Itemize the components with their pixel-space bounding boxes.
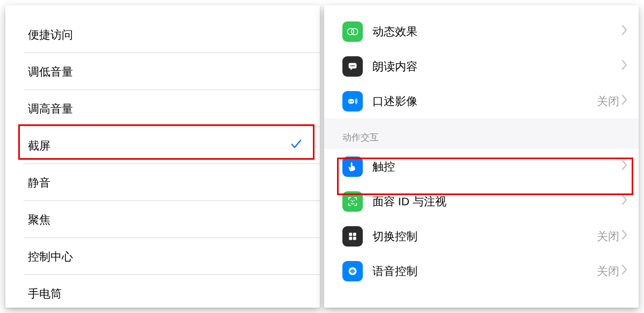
option-screenshot[interactable]: 截屏	[5, 127, 320, 164]
svg-point-10	[354, 200, 355, 201]
option-focus[interactable]: 聚焦	[5, 201, 320, 238]
switch-control-icon	[342, 226, 363, 247]
settings-row-motion[interactable]: 动态效果	[324, 14, 639, 49]
settings-row-status: 关闭	[597, 229, 619, 244]
chevron-right-icon	[621, 94, 628, 108]
settings-row-status: 关闭	[597, 264, 619, 279]
option-control-center[interactable]: 控制中心	[5, 238, 320, 275]
option-label: 控制中心	[28, 249, 306, 264]
chevron-right-icon	[621, 195, 628, 208]
svg-point-7	[349, 100, 350, 101]
svg-point-8	[352, 100, 353, 101]
settings-row-switch-control[interactable]: 切换控制 关闭	[324, 219, 639, 254]
svg-point-3	[350, 65, 352, 66]
settings-row-faceid-attention[interactable]: 面容 ID 与注视	[324, 184, 639, 219]
settings-row-label: 语音控制	[372, 264, 597, 279]
left-panel: 便捷访问 调低音量 调高音量 截屏 静音 聚焦 控制中心 手电筒	[5, 5, 320, 308]
svg-point-9	[350, 200, 352, 201]
settings-row-label: 触控	[372, 159, 621, 174]
option-flashlight[interactable]: 手电筒	[5, 275, 320, 308]
chevron-right-icon	[621, 229, 628, 243]
option-mute[interactable]: 静音	[5, 164, 320, 201]
option-volume-down[interactable]: 调低音量	[5, 53, 320, 90]
option-label: 聚焦	[28, 212, 306, 227]
settings-row-spoken-content[interactable]: 朗读内容	[324, 49, 639, 84]
chevron-right-icon	[621, 25, 628, 38]
chevron-right-icon	[621, 160, 628, 173]
audio-description-icon	[342, 91, 363, 111]
option-label: 调低音量	[28, 64, 306, 79]
action-options-list: 便捷访问 调低音量 调高音量 截屏 静音 聚焦 控制中心 手电筒	[5, 5, 320, 308]
option-volume-up[interactable]: 调高音量	[5, 90, 320, 127]
svg-rect-13	[349, 236, 352, 240]
section-header-physical-motor: 动作交互	[324, 118, 639, 149]
option-label: 静音	[28, 175, 306, 190]
settings-row-audio-descriptions[interactable]: 口述影像 关闭	[324, 84, 639, 118]
right-panel: 动态效果 朗读内容 口述影像 关闭 动作交互 触控	[324, 5, 639, 308]
settings-row-label: 口述影像	[372, 94, 597, 109]
settings-row-label: 面容 ID 与注视	[372, 194, 621, 209]
settings-row-status: 关闭	[597, 94, 619, 109]
motion-icon	[342, 21, 363, 42]
settings-group-2: 触控 面容 ID 与注视 切换控制 关闭 语音控制 关闭	[324, 149, 639, 288]
checkmark-icon	[290, 138, 306, 153]
touch-icon	[342, 156, 363, 177]
svg-rect-12	[353, 233, 356, 236]
settings-row-label: 动态效果	[372, 24, 621, 39]
option-label: 手电筒	[28, 286, 306, 301]
voice-control-icon	[342, 261, 363, 281]
option-label: 便捷访问	[28, 27, 306, 42]
svg-point-5	[354, 65, 355, 66]
speech-bubble-icon	[342, 56, 363, 77]
svg-rect-6	[348, 99, 354, 103]
settings-group-1: 动态效果 朗读内容 口述影像 关闭	[324, 5, 639, 118]
option-convenient-access[interactable]: 便捷访问	[5, 16, 320, 53]
option-label: 调高音量	[28, 101, 306, 116]
svg-rect-11	[349, 233, 352, 236]
chevron-right-icon	[621, 264, 628, 278]
chevron-right-icon	[621, 59, 628, 73]
settings-row-label: 切换控制	[372, 229, 597, 244]
settings-row-voice-control[interactable]: 语音控制 关闭	[324, 254, 639, 288]
faceid-icon	[342, 191, 363, 212]
svg-point-1	[352, 28, 358, 35]
svg-point-4	[352, 65, 353, 66]
svg-rect-14	[353, 236, 356, 240]
option-label: 截屏	[28, 138, 290, 153]
settings-row-label: 朗读内容	[372, 59, 621, 74]
settings-row-touch[interactable]: 触控	[324, 149, 639, 184]
